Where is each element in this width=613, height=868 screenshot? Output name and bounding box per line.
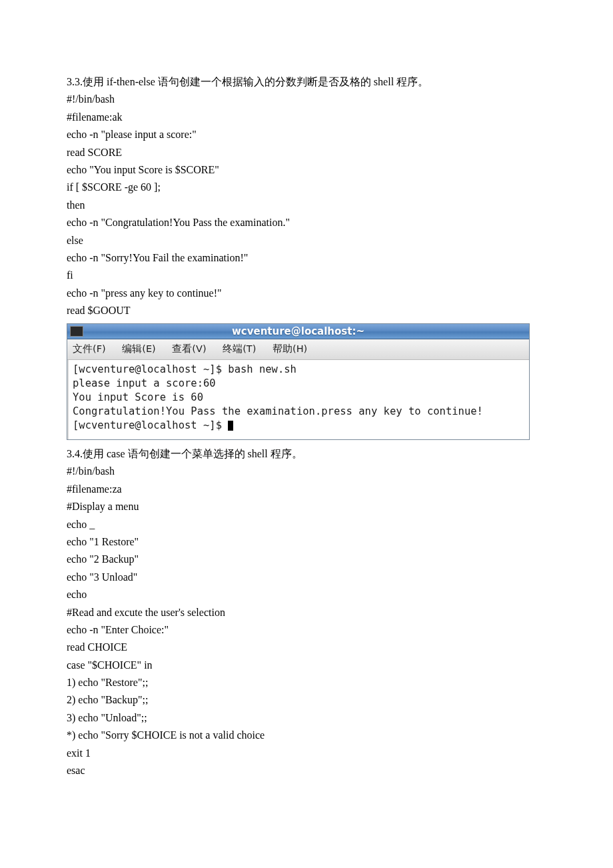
code-line: echo "2 Backup" [67, 551, 546, 568]
menu-view[interactable]: 查看(V) [172, 343, 206, 354]
code-line: echo -n "Congratulation!You Pass the exa… [67, 214, 546, 231]
terminal-line: You input Score is 60 [73, 391, 203, 403]
terminal-icon [70, 326, 83, 337]
code-line: read $GOOUT [67, 302, 546, 319]
code-line: exit 1 [67, 745, 546, 762]
menu-help[interactable]: 帮助(H) [273, 343, 307, 354]
code-line: echo "1 Restore" [67, 533, 546, 551]
code-line: echo -n "press any key to continue!" [67, 285, 546, 302]
code-line: echo -n "please input a score:" [67, 126, 546, 143]
section-34-title: 3.4.使用 case 语句创建一个菜单选择的 shell 程序。 [67, 445, 546, 463]
section-33-title: 3.3.使用 if-then-else 语句创建一个根据输入的分数判断是否及格的… [67, 73, 546, 91]
code-line: esac [67, 762, 546, 779]
code-line: #!/bin/bash [67, 91, 546, 108]
terminal-line: please input a score:60 [73, 377, 216, 389]
code-line: echo -n "Sorry!You Fail the examination!… [67, 249, 546, 267]
terminal-window: wcventure@localhost:~ 文件(F) 编辑(E) 查看(V) … [67, 323, 530, 440]
code-line: echo [67, 586, 546, 603]
menu-edit[interactable]: 编辑(E) [122, 343, 155, 354]
code-line: *) echo "Sorry $CHOICE is not a valid ch… [67, 727, 546, 744]
menu-terminal[interactable]: 终端(T) [223, 343, 256, 354]
code-line: if [ $SCORE -ge 60 ]; [67, 179, 546, 196]
code-line: #filename:za [67, 481, 546, 498]
code-line: then [67, 197, 546, 214]
terminal-menubar: 文件(F) 编辑(E) 查看(V) 终端(T) 帮助(H) [67, 339, 529, 360]
code-line: #!/bin/bash [67, 463, 546, 480]
terminal-titlebar: wcventure@localhost:~ [67, 324, 529, 339]
document-page: 3.3.使用 if-then-else 语句创建一个根据输入的分数判断是否及格的… [0, 0, 613, 819]
code-line: 3) echo "Unload";; [67, 709, 546, 727]
code-line: echo -n "Enter Choice:" [67, 621, 546, 639]
code-line: echo "3 Unload" [67, 569, 546, 586]
cursor-icon [228, 421, 233, 431]
code-line: 1) echo "Restore";; [67, 674, 546, 691]
menu-file[interactable]: 文件(F) [73, 343, 106, 354]
code-line: echo "You input Score is $SCORE" [67, 161, 546, 179]
terminal-title: wcventure@localhost:~ [67, 323, 529, 340]
code-line: echo _ [67, 516, 546, 533]
terminal-body[interactable]: [wcventure@localhost ~]$ bash new.sh ple… [67, 360, 529, 439]
code-line: read CHOICE [67, 639, 546, 656]
code-line: else [67, 232, 546, 249]
code-line: #Display a menu [67, 498, 546, 515]
code-line: 2) echo "Backup";; [67, 691, 546, 709]
terminal-line: [wcventure@localhost ~]$ bash new.sh [73, 363, 297, 375]
terminal-line: [wcventure@localhost ~]$ [73, 419, 228, 431]
code-line: fi [67, 267, 546, 284]
code-line: read SCORE [67, 144, 546, 161]
terminal-line: Congratulation!You Pass the examination.… [73, 405, 483, 417]
code-line: #Read and excute the user's selection [67, 604, 546, 621]
code-line: case "$CHOICE" in [67, 657, 546, 674]
code-line: #filename:ak [67, 109, 546, 126]
